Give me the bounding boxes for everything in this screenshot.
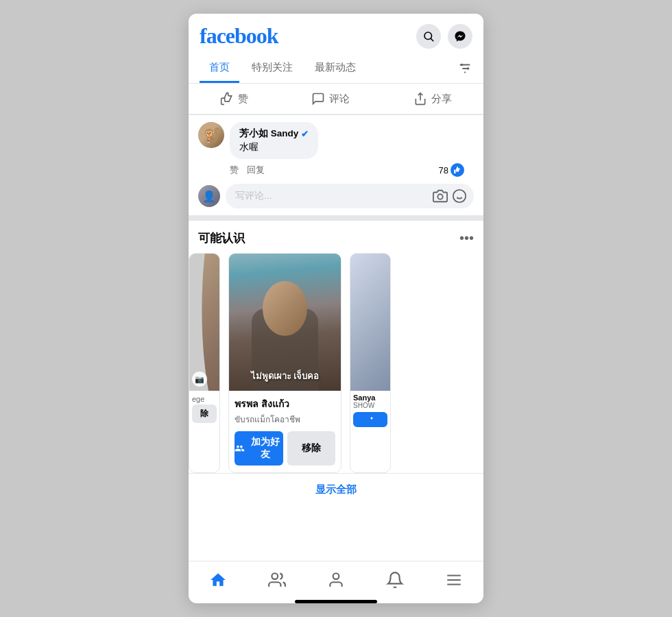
person-name: พรพล สิงแก้ว (235, 396, 335, 411)
person-card-partial-right: Sanya SHOW (350, 253, 391, 473)
share-icon (413, 92, 427, 106)
nav-home[interactable] (198, 568, 238, 592)
svg-point-6 (467, 67, 470, 70)
bottom-nav (189, 561, 483, 596)
nav-friends[interactable] (257, 568, 297, 592)
camera-icon[interactable] (433, 189, 448, 204)
svg-line-1 (431, 38, 433, 40)
people-slider: 📷 ege 除 ไม่พูดเผาะ เจ็บคอ พรพล สิงแก้ว (189, 250, 483, 473)
menu-icon (445, 571, 463, 589)
bell-icon (386, 571, 404, 589)
nav-tabs: 首页 特别关注 最新动态 (189, 54, 483, 84)
commenter-avatar: 🐒 (198, 122, 224, 148)
comment-placeholder: 写评论... (235, 190, 433, 202)
filter-button[interactable] (457, 61, 472, 76)
section-title: 可能认识 (198, 230, 245, 246)
like-action[interactable]: 赞 (206, 88, 262, 110)
like-badge (451, 163, 464, 177)
share-action[interactable]: 分享 (400, 88, 466, 110)
nav-profile[interactable] (316, 568, 356, 592)
partial-card-photo: 📷 (189, 254, 219, 391)
more-options-icon[interactable]: ••• (459, 230, 474, 246)
people-section-header: 可能认识 ••• (189, 215, 483, 250)
comment-label: 评论 (329, 93, 350, 106)
verified-icon: ✔ (301, 129, 309, 139)
tab-special[interactable]: 特别关注 (242, 54, 302, 83)
nav-notifications[interactable] (375, 568, 415, 592)
comment-bubble: 芳小如 Sandy ✔ 水喔 (230, 122, 318, 159)
svg-point-7 (437, 194, 442, 199)
person-card-main: ไม่พูดเผาะ เจ็บคอ พรพล สิงแก้ว ขับรถแม็ก… (228, 253, 341, 473)
tab-latest[interactable]: 最新动态 (305, 54, 365, 83)
comment-action[interactable]: 评论 (298, 88, 363, 110)
messenger-button[interactable] (448, 24, 472, 49)
share-label: 分享 (431, 93, 452, 106)
remove-button[interactable]: 移除 (287, 431, 336, 465)
comment-input-row: 👤 写评论... (189, 178, 483, 215)
right-card-photo (350, 254, 390, 391)
messenger-icon (454, 30, 466, 43)
facebook-logo: facebook (200, 23, 278, 49)
comment-item: 🐒 芳小如 Sandy ✔ 水喔 (189, 115, 483, 162)
camera-badge: 📷 (192, 372, 207, 387)
home-indicator (295, 600, 377, 603)
person-card-partial-left: 📷 ege 除 (189, 253, 220, 473)
main-card-info: พรพล สิงแก้ว ขับรถแม็กโคอาชีพ 加为好友 移除 (229, 391, 341, 472)
search-icon (422, 30, 435, 43)
search-button[interactable] (416, 24, 441, 49)
svg-point-5 (461, 64, 464, 66)
like-count: 78 (439, 163, 474, 177)
comment-text: 水喔 (239, 141, 309, 154)
card-overlay-text: ไม่พูดเผาะ เจ็บคอ (229, 370, 341, 383)
comment-icon (311, 92, 325, 106)
thumbs-up-icon (220, 92, 234, 106)
main-card-photo: ไม่พูดเผาะ เจ็บคอ (229, 254, 341, 391)
svg-point-11 (272, 573, 278, 579)
add-friend-button[interactable]: 加为好友 (235, 431, 283, 465)
comment-actions: 赞 回复 78 (189, 162, 483, 178)
svg-point-8 (453, 190, 466, 202)
commenter-name: 芳小如 Sandy ✔ (239, 128, 309, 140)
show-all-button[interactable]: 显示全部 (189, 473, 483, 506)
like-action-label[interactable]: 赞 (230, 164, 239, 176)
friends-icon (268, 571, 286, 589)
remove-button-partial[interactable]: 除 (192, 404, 217, 423)
tab-home[interactable]: 首页 (200, 54, 239, 83)
svg-point-12 (333, 573, 339, 579)
comment-input[interactable]: 写评论... (226, 184, 474, 208)
current-user-avatar: 👤 (198, 185, 220, 207)
add-icon-right (366, 415, 374, 424)
card-buttons: 加为好友 移除 (235, 431, 335, 465)
comment-section: 🐒 芳小如 Sandy ✔ 水喔 赞 回复 78 (189, 115, 483, 215)
reply-action-label[interactable]: 回复 (247, 164, 265, 176)
add-friend-icon (235, 443, 245, 454)
action-bar: 赞 评论 分享 (189, 84, 483, 114)
home-icon (209, 571, 227, 589)
filter-icon (457, 61, 472, 76)
add-friend-button-right[interactable] (353, 412, 387, 427)
thumbs-up-small-icon (453, 166, 461, 174)
profile-icon (327, 571, 345, 589)
nav-menu[interactable] (434, 568, 474, 592)
header: facebook (189, 14, 483, 54)
like-label: 赞 (238, 93, 248, 106)
person-subtitle: ขับรถแม็กโคอาชีพ (235, 413, 335, 426)
input-icons (433, 189, 467, 204)
emoji-icon[interactable] (452, 189, 467, 204)
header-icons (416, 24, 472, 49)
